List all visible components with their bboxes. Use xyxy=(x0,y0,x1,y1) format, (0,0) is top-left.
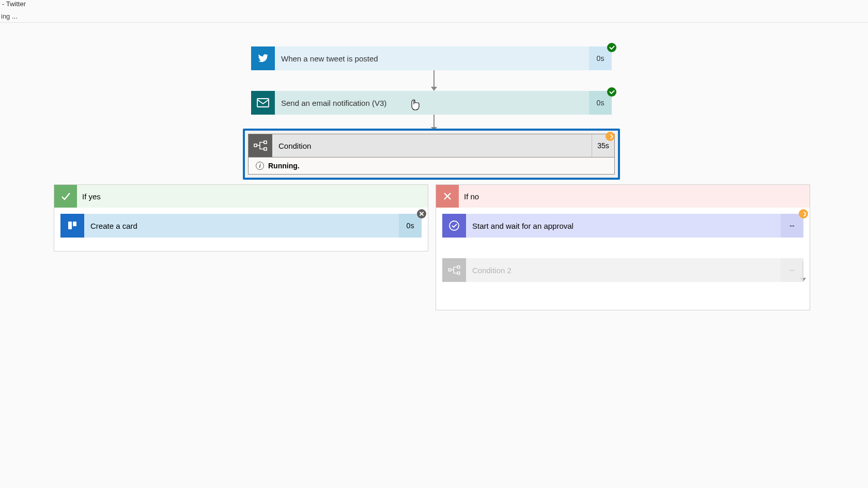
trigger-label: When a new tweet is posted xyxy=(275,46,589,70)
condition-status: i Running. xyxy=(248,158,615,175)
branch-no[interactable]: If no Start and wait for an approval -- … xyxy=(436,184,810,310)
svg-point-7 xyxy=(450,221,459,230)
svg-rect-10 xyxy=(457,272,460,275)
approval-label: Start and wait for an approval xyxy=(466,214,781,238)
condition2-duration: -- xyxy=(781,258,803,282)
trello-icon xyxy=(60,214,84,238)
svg-rect-0 xyxy=(257,99,269,107)
svg-rect-1 xyxy=(254,144,257,147)
pending-badge-icon xyxy=(606,132,615,141)
svg-rect-5 xyxy=(68,222,72,229)
approval-action[interactable]: Start and wait for an approval -- xyxy=(442,214,803,238)
status-text: ing ... xyxy=(1,12,18,20)
email-card[interactable]: Send an email notification (V3) 0s xyxy=(251,91,612,115)
condition-card[interactable]: Condition 35s i Running. xyxy=(243,129,620,180)
check-icon xyxy=(54,185,77,208)
branch-yes-header: If yes xyxy=(54,185,428,208)
arrow-icon xyxy=(431,70,437,91)
mail-icon xyxy=(251,91,275,115)
branch-yes[interactable]: If yes Create a card 0s xyxy=(54,184,428,251)
info-icon: i xyxy=(256,162,264,170)
approval-icon xyxy=(442,214,466,238)
condition-icon xyxy=(442,258,466,282)
cancel-badge-icon xyxy=(417,209,426,218)
trigger-card[interactable]: When a new tweet is posted 0s xyxy=(251,46,612,70)
svg-rect-3 xyxy=(264,148,267,150)
pending-badge-icon xyxy=(799,209,808,218)
branch-yes-title: If yes xyxy=(77,192,106,201)
svg-rect-2 xyxy=(264,141,267,144)
success-badge-icon xyxy=(607,87,616,97)
email-label: Send an email notification (V3) xyxy=(275,91,589,115)
create-card-action[interactable]: Create a card 0s xyxy=(60,214,422,238)
condition-icon xyxy=(249,134,272,157)
cross-icon xyxy=(436,185,459,208)
status-bar: ing ... xyxy=(0,10,868,23)
condition-status-text: Running. xyxy=(268,162,300,170)
condition2-action[interactable]: Condition 2 -- xyxy=(442,258,803,282)
branch-no-title: If no xyxy=(459,192,484,201)
svg-rect-8 xyxy=(448,269,451,271)
condition2-label: Condition 2 xyxy=(466,258,781,282)
success-badge-icon xyxy=(607,43,616,52)
svg-rect-9 xyxy=(457,266,460,269)
create-card-label: Create a card xyxy=(84,214,399,238)
mouse-cursor-icon xyxy=(410,98,421,112)
window-title: - Twitter xyxy=(0,0,868,10)
window-title-text: - Twitter xyxy=(2,0,26,8)
condition-label: Condition xyxy=(272,134,592,157)
branch-no-header: If no xyxy=(436,185,810,208)
svg-rect-6 xyxy=(73,222,76,226)
twitter-icon xyxy=(251,46,275,70)
